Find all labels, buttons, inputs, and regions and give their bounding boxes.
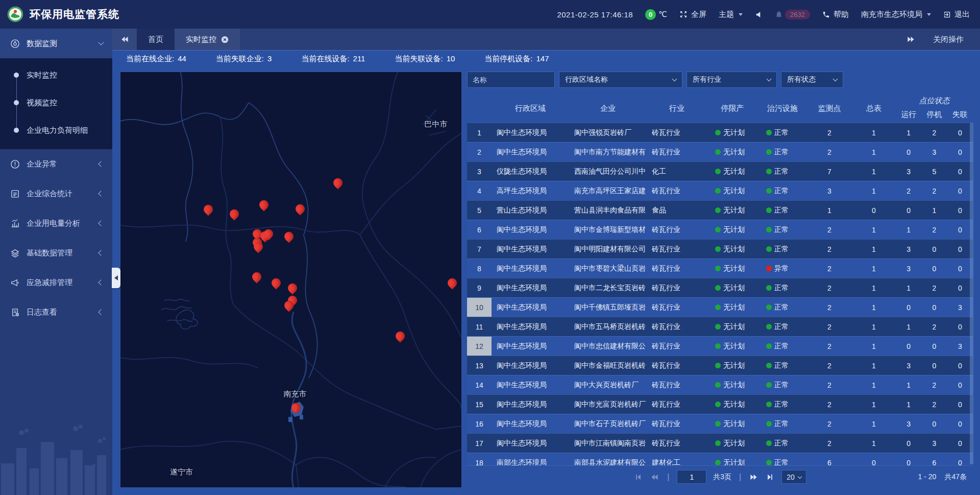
table-row[interactable]: 5 营山生态环境局 营山县润丰肉食品有限 食品 无计划 正常 1 0 0 1 0 (467, 200, 973, 220)
help-label: 帮助 (834, 10, 849, 19)
volume-button[interactable] (755, 11, 763, 18)
sidebar-item-enterprise-statistics[interactable]: 企业综合统计 (0, 179, 112, 208)
table-row[interactable]: 4 高坪生态环境局 南充市高坪区王家店建 砖瓦行业 无计划 正常 3 1 2 2… (467, 181, 973, 200)
sidebar-item-log-view[interactable]: 日志查看 (0, 297, 112, 327)
logout-button[interactable]: 退出 (943, 10, 970, 19)
first-page-button[interactable] (633, 473, 643, 482)
close-operations-button[interactable]: 关闭操作 (930, 34, 967, 45)
chevron-left-icon (98, 250, 104, 255)
sidebar-collapse-handle[interactable] (112, 268, 120, 288)
table-row[interactable]: 14 阆中生态环境局 阆中大兴页岩机砖厂 砖瓦行业 无计划 正常 2 1 1 2… (467, 375, 973, 394)
sidebar-item-realtime-monitoring[interactable]: 实时监控 (0, 61, 112, 89)
map-canvas[interactable]: 巴中市南充市遂宁市 (120, 72, 462, 488)
theme-menu-button[interactable]: 主题 (719, 10, 743, 19)
status-dot-icon (715, 382, 721, 388)
stat-stopped-devices: 当前停机设备:147 (484, 54, 549, 64)
status-dot-icon (766, 266, 772, 271)
table-row[interactable]: 16 阆中生态环境局 阆中市石子页岩机砖厂 砖瓦行业 无计划 正常 2 1 3 … (467, 414, 973, 433)
table-row[interactable]: 3 仪陇生态环境局 西南油气田分公司川中 化工 无计划 正常 7 1 3 5 0 (467, 161, 973, 181)
table-row[interactable]: 9 阆中生态环境局 阆中市二龙长宝页岩砖 砖瓦行业 无计划 正常 2 1 1 2… (467, 278, 973, 297)
table-row[interactable]: 6 阆中生态环境局 阆中市金博瑞新型墙材 砖瓦行业 无计划 正常 2 1 1 2… (467, 220, 973, 239)
col-header-down: 停机 (921, 106, 947, 123)
region-filter-select[interactable]: 行政区域名称 (559, 72, 682, 88)
notification-count-badge: 2632 (785, 10, 810, 19)
alert-circle-icon (10, 159, 20, 169)
status-dot-icon (715, 246, 721, 252)
user-menu-button[interactable]: 南充市生态环境局 (861, 10, 931, 19)
app-header: 环保用电监管系统 2021-02-25 17:46:18 0 ℃ 全屏 主题 2… (0, 0, 980, 29)
industry-filter-select[interactable]: 所有行业 (687, 72, 777, 88)
sidebar-item-data-monitoring[interactable]: 数据监测 (0, 29, 112, 58)
tab-bar: 首页 实时监控 关闭操作 (112, 29, 980, 50)
next-page-icon (750, 474, 757, 481)
content: 巴中市南充市遂宁市 行政区域名称 所有行业 (112, 67, 980, 495)
app-logo-icon (7, 6, 23, 22)
fullscreen-button[interactable]: 全屏 (679, 10, 706, 19)
tab-realtime-monitoring[interactable]: 实时监控 (175, 29, 240, 50)
stat-offline-enterprises: 当前失联企业:3 (216, 54, 272, 64)
table-row[interactable]: 8 阆中生态环境局 阆中市枣碧大梁山页岩 砖瓦行业 无计划 异常 2 1 3 0… (467, 258, 973, 278)
table-row[interactable]: 17 阆中生态环境局 阆中市江南镇阆南页岩 砖瓦行业 无计划 正常 2 1 0 … (467, 433, 973, 453)
datetime: 2021-02-25 17:46:18 (557, 10, 633, 19)
chevron-left-icon (98, 161, 104, 167)
submenu-item-label: 视频监控 (27, 98, 57, 108)
status-dot-icon (766, 285, 772, 291)
tab-home[interactable]: 首页 (137, 29, 175, 50)
last-page-button[interactable] (765, 473, 775, 482)
tabs-scroll-left-button[interactable] (112, 29, 137, 50)
logout-label: 退出 (954, 10, 970, 19)
table-row[interactable]: 1 阆中生态环境局 阆中强锐页岩砖厂 砖瓦行业 无计划 正常 2 1 1 2 0 (467, 123, 973, 142)
table-row[interactable]: 18 南部生态环境局 南部县水泥建材有限公 建材化工 无计划 正常 6 0 0 … (467, 453, 973, 465)
table-row[interactable]: 13 阆中生态环境局 阆中市金福旺页岩机砖 砖瓦行业 无计划 正常 2 1 3 … (467, 356, 973, 375)
status-dot-icon (766, 324, 772, 329)
sidebar-item-emergency-reduction[interactable]: 应急减排管理 (0, 268, 112, 297)
megaphone-icon (10, 278, 20, 288)
map-city-label: 遂宁市 (170, 467, 193, 477)
table-row[interactable]: 11 阆中生态环境局 阆中市五马桥页岩机砖 砖瓦行业 无计划 正常 2 1 1 … (467, 317, 973, 336)
status-filter-select[interactable]: 所有状态 (781, 72, 843, 88)
previous-page-button[interactable] (650, 473, 659, 482)
col-header-region: 行政区域 (492, 94, 569, 123)
col-header-company: 企业 (569, 94, 647, 123)
table-row[interactable]: 7 阆中生态环境局 阆中明阳建材有限公司 砖瓦行业 无计划 正常 2 1 3 0… (467, 239, 973, 258)
submenu-item-label: 企业电力负荷明细 (27, 126, 88, 135)
status-dot-icon (766, 440, 772, 446)
page-number-input[interactable] (677, 470, 706, 484)
table-row[interactable]: 10 阆中生态环境局 阆中千佛镇五郎垭页岩 砖瓦行业 无计划 正常 2 1 0 … (467, 297, 973, 317)
speaker-icon (755, 11, 763, 18)
table-row[interactable]: 2 阆中生态环境局 阆中市南方节能建材有 砖瓦行业 无计划 正常 2 1 0 3… (467, 142, 973, 161)
table-panel: 行政区域名称 所有行业 所有状态 (467, 72, 973, 488)
sidebar-item-power-analysis[interactable]: 企业用电量分析 (0, 208, 112, 238)
sidebar-item-base-data[interactable]: 基础数据管理 (0, 238, 112, 268)
page-size-select[interactable]: 20 (781, 470, 806, 484)
double-chevron-right-icon[interactable] (907, 36, 915, 43)
sidebar-item-enterprise-anomaly[interactable]: 企业异常 (0, 149, 112, 179)
status-dot-icon (715, 363, 721, 368)
notifications-button[interactable]: 2632 (775, 10, 810, 19)
chevron-down-icon (927, 13, 931, 16)
col-header-meters: 总表 (852, 94, 896, 123)
sidebar-item-label: 应急减排管理 (27, 278, 72, 288)
status-dot-icon (766, 460, 772, 465)
table-scrollbar[interactable] (970, 123, 973, 464)
main-layout: 数据监测 实时监控 视频监控 企业电力负荷明细 (0, 29, 980, 495)
table-row[interactable]: 15 阆中生态环境局 阆中市光富页岩机砖厂 砖瓦行业 无计划 正常 2 1 1 … (467, 394, 973, 414)
table-row[interactable]: 12 阆中生态环境局 阆中市忠信建材有限公 砖瓦行业 无计划 正常 2 1 0 … (467, 336, 973, 356)
next-page-button[interactable] (749, 473, 758, 482)
layers-icon (10, 248, 20, 258)
chevron-left-icon (98, 220, 104, 226)
sidebar-item-power-load-detail[interactable]: 企业电力负荷明细 (0, 116, 112, 144)
name-filter-input[interactable] (467, 72, 555, 88)
sidebar-item-video-monitoring[interactable]: 视频监控 (0, 89, 112, 116)
help-button[interactable]: 帮助 (822, 10, 849, 19)
fullscreen-label: 全屏 (691, 10, 706, 19)
total-pages-label: 共3页 (713, 473, 731, 482)
stats-bar: 当前在线企业:44 当前失联企业:3 当前在线设备:211 当前失联设备:10 … (112, 50, 980, 67)
chevron-down-icon (739, 13, 743, 16)
chevron-down-icon (798, 474, 802, 478)
status-dot-icon (766, 130, 772, 135)
table-header: 行政区域 企业 行业 停限产 治污设施 监测点 总表 点位状态 运行 停机 失联 (467, 94, 973, 123)
close-icon[interactable] (221, 36, 229, 43)
chevron-down-icon (767, 77, 772, 82)
col-header-index (467, 94, 492, 123)
